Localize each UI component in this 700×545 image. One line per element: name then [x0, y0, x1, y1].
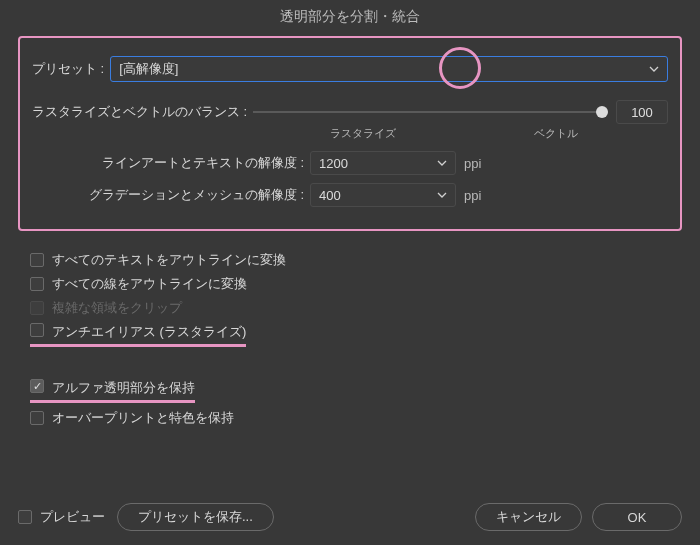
check-stroke-outline-row[interactable]: すべての線をアウトラインに変換 [30, 275, 682, 293]
balance-raster-label: ラスタライズ [330, 126, 396, 141]
check-overprint-row[interactable]: オーバープリントと特色を保持 [30, 409, 682, 427]
checkbox-checked-icon: ✓ [30, 379, 44, 393]
annotation-underline: ✓ アルファ透明部分を保持 [30, 379, 195, 403]
checkbox-list: すべてのテキストをアウトラインに変換 すべての線をアウトラインに変換 複雑な領域… [18, 239, 682, 427]
ok-label: OK [628, 510, 647, 525]
balance-slider[interactable] [253, 111, 606, 113]
gradient-dropdown-button[interactable] [429, 184, 455, 206]
lineart-dropdown-button[interactable] [429, 152, 455, 174]
check-clip-complex-label: 複雑な領域をクリップ [52, 299, 182, 317]
lineart-row: ラインアートとテキストの解像度 : 1200 ppi [32, 151, 668, 175]
annotation-circle [439, 47, 481, 89]
check-text-outline-row[interactable]: すべてのテキストをアウトラインに変換 [30, 251, 682, 269]
gradient-unit: ppi [464, 188, 481, 203]
chevron-down-icon [437, 158, 447, 168]
slider-thumb[interactable] [596, 106, 608, 118]
balance-sublabels: ラスタライズ ベクトル [32, 126, 668, 141]
gradient-resolution-select[interactable]: 400 [310, 183, 456, 207]
chevron-down-icon [437, 190, 447, 200]
checkbox-unchecked-icon [30, 277, 44, 291]
preset-select[interactable]: [高解像度] [110, 56, 668, 82]
save-preset-button[interactable]: プリセットを保存... [117, 503, 274, 531]
cancel-label: キャンセル [496, 508, 561, 526]
ok-button[interactable]: OK [592, 503, 682, 531]
preview-check-row[interactable]: プレビュー [18, 508, 105, 526]
check-text-outline-label: すべてのテキストをアウトラインに変換 [52, 251, 286, 269]
preset-label: プリセット : [32, 60, 104, 78]
gradient-row: グラデーションとメッシュの解像度 : 400 ppi [32, 183, 668, 207]
chevron-down-icon [649, 64, 659, 74]
check-overprint-label: オーバープリントと特色を保持 [52, 409, 234, 427]
balance-label: ラスタライズとベクトルのバランス : [32, 103, 247, 121]
annotation-underline: アンチエイリアス (ラスタライズ) [30, 323, 246, 347]
checkbox-unchecked-icon [18, 510, 32, 524]
gradient-value: 400 [319, 188, 341, 203]
check-antialias-label: アンチエイリアス (ラスタライズ) [52, 323, 246, 341]
check-antialias-row[interactable]: アンチエイリアス (ラスタライズ) [30, 323, 682, 347]
preset-value: [高解像度] [119, 60, 178, 78]
check-alpha-label: アルファ透明部分を保持 [52, 379, 195, 397]
lineart-label: ラインアートとテキストの解像度 : [32, 154, 310, 172]
balance-row: ラスタライズとベクトルのバランス : 100 [32, 100, 668, 124]
flatten-transparency-dialog: 透明部分を分割・統合 プリセット : [高解像度] ラスタライズとベクトル [0, 0, 700, 545]
checkbox-unchecked-icon [30, 323, 44, 337]
preview-label: プレビュー [40, 508, 105, 526]
balance-value[interactable]: 100 [616, 100, 668, 124]
save-preset-label: プリセットを保存... [138, 508, 253, 526]
checkbox-unchecked-icon [30, 253, 44, 267]
lineart-value: 1200 [319, 156, 348, 171]
checkbox-disabled-icon [30, 301, 44, 315]
balance-vector-label: ベクトル [534, 126, 578, 141]
check-clip-complex-row: 複雑な領域をクリップ [30, 299, 682, 317]
checkbox-unchecked-icon [30, 411, 44, 425]
dialog-content: プリセット : [高解像度] ラスタライズとベクトルのバランス : [0, 36, 700, 427]
check-stroke-outline-label: すべての線をアウトラインに変換 [52, 275, 247, 293]
annotation-box: プリセット : [高解像度] ラスタライズとベクトルのバランス : [18, 36, 682, 231]
lineart-unit: ppi [464, 156, 481, 171]
preset-dropdown-button[interactable] [641, 57, 667, 81]
cancel-button[interactable]: キャンセル [475, 503, 582, 531]
dialog-title: 透明部分を分割・統合 [0, 0, 700, 36]
check-alpha-row[interactable]: ✓ アルファ透明部分を保持 [30, 379, 682, 403]
dialog-footer: プレビュー プリセットを保存... キャンセル OK [0, 503, 700, 531]
gradient-label: グラデーションとメッシュの解像度 : [32, 186, 310, 204]
lineart-resolution-select[interactable]: 1200 [310, 151, 456, 175]
preset-row: プリセット : [高解像度] [32, 56, 668, 82]
